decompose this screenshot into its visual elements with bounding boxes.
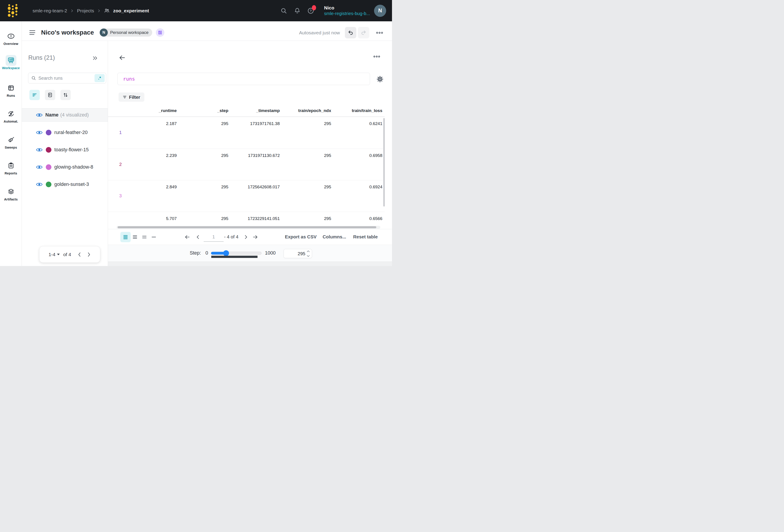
wandb-logo-icon[interactable] xyxy=(8,3,18,19)
cell-runtime: 5.707 xyxy=(166,216,177,221)
reset-table-button[interactable]: Reset table xyxy=(353,234,377,240)
artifacts-layers-icon xyxy=(7,188,15,195)
row-height-2-lines-icon xyxy=(142,234,147,240)
wandb-app: smle-reg-team-2 Projects zoo_experiment … xyxy=(0,0,392,266)
run-color-dot xyxy=(46,130,51,135)
menu-hamburger-icon[interactable] xyxy=(29,30,35,35)
step-value-input[interactable] xyxy=(284,249,305,258)
step-value-box xyxy=(284,249,312,258)
sort-runs-button[interactable] xyxy=(60,90,71,100)
eye-visibility-icon[interactable] xyxy=(36,130,43,135)
column-header-epoch-ndx[interactable]: train/epoch_ndx xyxy=(298,108,331,113)
table-row[interactable]: 4 5.707 295 1723229141.051 295 0.6566 xyxy=(108,212,385,226)
chevron-up-icon[interactable] xyxy=(307,250,310,252)
row-index: 2 xyxy=(119,162,122,167)
cell-step: 295 xyxy=(221,121,228,126)
runs-search-input[interactable] xyxy=(38,76,94,81)
eye-visibility-icon[interactable] xyxy=(36,113,43,117)
next-page-icon[interactable] xyxy=(243,234,249,240)
query-expression-input[interactable] xyxy=(123,76,364,82)
column-header-train-loss[interactable]: train/train_loss xyxy=(352,108,382,113)
run-list-item[interactable]: rural-feather-20 xyxy=(22,124,108,141)
table-filter-button[interactable]: Filter xyxy=(118,92,144,102)
redo-icon xyxy=(361,30,367,36)
export-csv-button[interactable]: Export as CSV xyxy=(285,234,316,240)
previous-page-icon[interactable] xyxy=(195,234,201,240)
column-header-step[interactable]: _step xyxy=(217,108,228,113)
row-height-large-button[interactable] xyxy=(139,232,149,242)
table-row[interactable]: 3 2.849 295 1725642608.017 295 0.6924 xyxy=(108,180,385,212)
columns-button[interactable]: Columns... xyxy=(323,234,346,240)
first-page-icon[interactable] xyxy=(184,234,190,240)
cell-timestamp: 1731971130.672 xyxy=(248,153,280,158)
step-stepper[interactable] xyxy=(307,250,310,257)
runs-page-range-dropdown[interactable]: 1-4 xyxy=(49,252,59,257)
run-details-button[interactable] xyxy=(45,90,55,100)
runs-pagination: 1-4 of 4 xyxy=(39,246,100,263)
table-row[interactable]: 2 2.239 295 1731971130.672 295 0.6958 xyxy=(108,148,385,180)
panel-more-menu-icon[interactable] xyxy=(373,55,380,58)
notifications-button[interactable] xyxy=(294,7,301,14)
run-list-item[interactable]: toasty-flower-15 xyxy=(22,141,108,159)
row-height-medium-button[interactable] xyxy=(130,232,140,242)
redo-button[interactable] xyxy=(358,27,369,38)
cell-epoch-ndx: 295 xyxy=(324,216,331,221)
table-row[interactable]: 1 2.187 295 1731971761.38 295 0.6241 xyxy=(108,117,385,148)
horizontal-scrollbar[interactable] xyxy=(118,226,376,228)
last-page-icon[interactable] xyxy=(252,234,258,240)
cell-timestamp: 1723229141.051 xyxy=(248,216,280,221)
prev-page-icon[interactable] xyxy=(78,252,82,257)
step-min-value: 0 xyxy=(205,250,208,256)
sidebar-item-sweeps[interactable]: Sweeps xyxy=(0,135,22,149)
workspace-owner-badge[interactable]: N Personal workspace xyxy=(100,29,152,36)
step-slider[interactable] xyxy=(211,252,261,255)
run-list-item[interactable]: golden-sunset-3 xyxy=(22,176,108,193)
eye-visibility-icon[interactable] xyxy=(36,147,43,152)
sidebar-item-runs[interactable]: Runs xyxy=(0,83,22,97)
workspace-more-menu-icon[interactable] xyxy=(376,31,383,34)
cell-step: 295 xyxy=(221,185,228,190)
run-list-item[interactable]: glowing-shadow-8 xyxy=(22,159,108,176)
workspace-settings-chip[interactable] xyxy=(156,28,164,37)
column-header-timestamp[interactable]: _timestamp xyxy=(256,108,280,113)
column-header-runtime[interactable]: _runtime xyxy=(159,108,177,113)
page-number-input[interactable] xyxy=(204,232,224,242)
avatar[interactable]: N xyxy=(374,5,386,17)
collapse-panel-icon[interactable] xyxy=(92,55,98,61)
chevron-down-icon[interactable] xyxy=(307,255,310,257)
search-icon xyxy=(31,76,36,81)
undo-button[interactable] xyxy=(345,27,356,38)
gear-icon[interactable] xyxy=(376,76,384,83)
user-team-link[interactable]: smle-registries-bug-b... xyxy=(324,11,370,17)
sidebar-item-overview[interactable]: Overview xyxy=(0,31,22,46)
breadcrumb-projects[interactable]: Projects xyxy=(77,8,94,13)
runs-list-name-label: Name xyxy=(45,112,59,118)
notification-badge xyxy=(312,5,316,10)
chevron-right-icon xyxy=(97,9,101,12)
sidebar-item-automations[interactable]: Automat. xyxy=(0,108,22,123)
search-button[interactable] xyxy=(280,7,287,14)
row-height-small-button[interactable] xyxy=(120,232,131,242)
user-block[interactable]: Nico smle-registries-bug-b... xyxy=(324,5,370,17)
step-slider-bar: Step: 0 1000 xyxy=(108,245,392,261)
step-label: Step: xyxy=(190,250,201,256)
step-slider-handle[interactable] xyxy=(223,250,229,256)
regex-toggle-button[interactable]: .* xyxy=(94,74,105,82)
sidebar-item-artifacts[interactable]: Artifacts xyxy=(0,186,22,201)
eye-visibility-icon[interactable] xyxy=(36,165,43,169)
row-height-xlarge-button[interactable] xyxy=(149,232,159,242)
breadcrumb-entity[interactable]: smle-reg-team-2 xyxy=(33,8,67,13)
eye-visibility-icon[interactable] xyxy=(36,182,43,187)
filter-runs-button[interactable] xyxy=(29,90,40,100)
row-index: 1 xyxy=(119,130,122,135)
help-button[interactable]: ? xyxy=(307,7,314,14)
sidebar-item-reports[interactable]: Reports xyxy=(0,160,22,175)
runs-list-header-row[interactable]: Name (4 visualized) xyxy=(22,108,108,122)
horizontal-scrollbar-track xyxy=(116,226,380,229)
sidebar-item-workspace[interactable]: Workspace xyxy=(0,55,22,70)
breadcrumb-project[interactable]: zoo_experiment xyxy=(113,8,149,13)
vertical-scrollbar[interactable] xyxy=(383,118,385,206)
automations-icon xyxy=(7,110,15,117)
next-page-icon[interactable] xyxy=(87,252,91,257)
back-arrow-icon[interactable] xyxy=(119,54,125,61)
